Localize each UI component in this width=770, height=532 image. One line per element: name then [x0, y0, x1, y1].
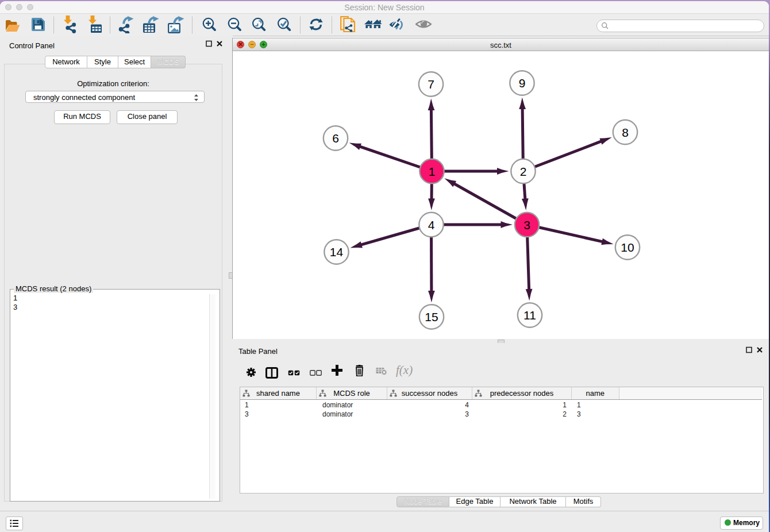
- svg-text:2: 2: [520, 165, 527, 178]
- svg-text:9: 9: [519, 76, 526, 90]
- svg-text:10: 10: [621, 241, 634, 254]
- svg-text:11: 11: [523, 309, 536, 322]
- svg-text:7: 7: [428, 78, 434, 91]
- svg-text:6: 6: [332, 132, 339, 145]
- svg-text:14: 14: [330, 245, 344, 259]
- svg-text:3: 3: [523, 218, 530, 232]
- svg-text:1: 1: [429, 165, 436, 178]
- svg-text:4: 4: [428, 218, 435, 232]
- svg-text:15: 15: [425, 310, 438, 323]
- svg-text:8: 8: [622, 126, 629, 139]
